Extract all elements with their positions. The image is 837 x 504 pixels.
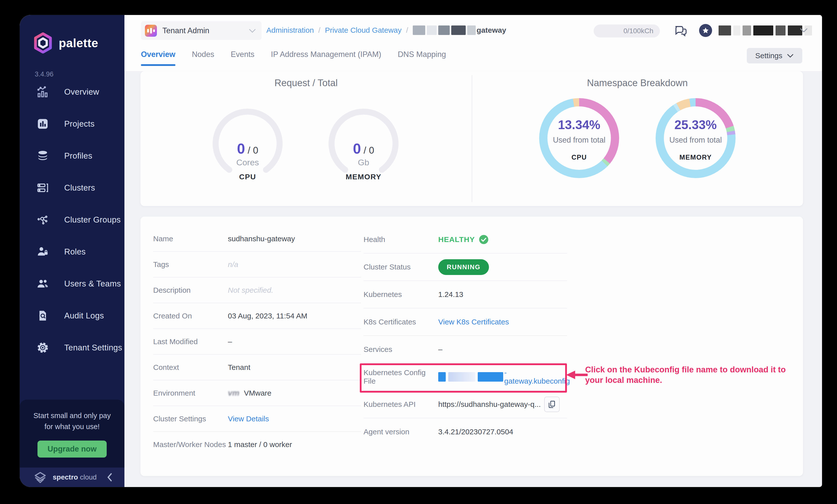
breadcrumb-administration[interactable]: Administration [266,26,314,34]
sidebar-item-label: Users & Teams [64,279,121,288]
annotation-text: Click on the Kubeconfig file name to dow… [585,364,786,385]
sidebar-item-tenant-settings[interactable]: Tenant Settings [20,332,124,364]
app-window: palette 3.4.96 Overview Proje [20,15,822,487]
view-k8s-certificates-link[interactable]: View K8s Certificates [438,318,509,326]
memory-gauge-label: MEMORY [324,173,404,181]
card-divider [472,75,472,202]
detail-row-last-modified: Last Modified – [153,329,361,355]
sidebar-item-label: Clusters [64,183,95,193]
memory-donut-label: MEMORY [656,154,735,161]
breadcrumb-separator: / [406,26,408,34]
sidebar-item-label: Projects [64,119,95,129]
description-value: Not specified. [228,286,273,294]
detail-row-health: Health HEALTHY [363,226,567,253]
tab-events[interactable]: Events [231,50,254,66]
sidebar-item-label: Overview [64,87,99,97]
palette-logo[interactable]: palette [34,33,98,53]
usage-quota-pill[interactable]: 0/100kCh [594,24,660,37]
tags-value: n/a [228,260,238,269]
detail-row-cluster-status: Cluster Status RUNNING [363,253,567,281]
breadcrumb-separator: / [318,26,320,34]
memory-request-gauge: 0 / 0 Gb MEMORY [324,104,404,184]
detail-row-created-on: Created On 03 Aug, 2023, 11:54 AM [153,303,361,329]
favorites-star-icon[interactable] [699,24,712,37]
tenant-scope-icon [145,25,157,37]
sidebar-item-profiles[interactable]: Profiles [20,140,124,172]
cpu-gauge-value: 0 / 0 [208,140,288,157]
memory-donut-text: 25.33% Used from total MEMORY [656,98,735,161]
request-total-title: Request / Total [140,78,472,88]
usage-quota-value: 0/100kCh [623,27,653,35]
vmware-logo: vm [228,389,239,398]
settings-button[interactable]: Settings [747,48,802,64]
memory-donut-subtitle: Used from total [656,136,735,145]
name-value: sudhanshu-gateway [228,235,295,243]
detail-row-k8s-certificates: K8s Certificates View K8s Certificates [363,308,567,336]
memory-gauge-value: 0 / 0 [324,140,404,157]
breadcrumb-private-cloud-gateway[interactable]: Private Cloud Gateway [325,26,402,34]
master-worker-value: 1 master / 0 worker [228,440,292,449]
audit-logs-icon [36,309,50,323]
kubernetes-api-value: https://sudhanshu-gateway-q... [438,397,560,412]
sidebar-item-label: Tenant Settings [64,343,122,353]
sidebar-item-clusters[interactable]: Clusters [20,172,124,204]
chat-icon[interactable] [673,23,688,38]
detail-row-name: Name sudhanshu-gateway [153,226,361,252]
detail-row-kubernetes: Kubernetes 1.24.13 [363,281,567,308]
upsell-panel: Start small and only pay for what you us… [20,400,124,468]
last-modified-value: – [228,338,232,346]
detail-row-services: Services – [363,336,567,363]
sidebar-item-users-teams[interactable]: Users & Teams [20,268,124,300]
spectro-cloud-logo-icon [33,471,47,484]
detail-row-kubernetes-api: Kubernetes API https://sudhanshu-gateway… [363,391,567,418]
tab-ipam[interactable]: IP Address Management (IPAM) [271,50,381,66]
tab-overview[interactable]: Overview [141,50,175,66]
chevron-down-icon [249,28,256,33]
scope-selector[interactable]: Tenant Admin [141,21,262,40]
breadcrumb: Administration / Private Cloud Gateway /… [266,25,506,35]
tab-dns-mapping[interactable]: DNS Mapping [398,50,446,66]
detail-row-cluster-settings: Cluster Settings View Details [153,406,361,432]
upgrade-now-button[interactable]: Upgrade now [37,440,106,457]
top-bar: Tenant Admin Administration / Private Cl… [124,15,822,71]
cpu-request-gauge: 0 / 0 Cores CPU [208,104,288,184]
details-left-column: Name sudhanshu-gateway Tags n/a Descript… [153,226,361,457]
kubeconfig-download-link[interactable]: -gateway.kubeconfig [504,368,570,385]
sidebar-item-label: Cluster Groups [64,215,121,224]
sidebar-item-roles[interactable]: Roles [20,236,124,268]
sidebar-item-overview[interactable]: Overview [20,76,124,108]
user-menu-chevron-icon[interactable] [800,28,808,33]
cpu-gauge-unit: Cores [208,158,288,167]
cpu-donut-text: 13.34% Used from total CPU [539,98,619,161]
profiles-icon [36,149,50,163]
sidebar-item-label: Profiles [64,151,92,161]
sidebar-item-label: Roles [64,247,86,256]
projects-icon [36,117,50,131]
environment-value: vmVMware [228,389,271,398]
usage-charts-card: Request / Total Namespace Breakdown 0 / … [140,71,803,206]
brand-name: palette [59,36,98,50]
sidebar-item-cluster-groups[interactable]: Cluster Groups [20,204,124,236]
detail-row-description: Description Not specified. [153,277,361,303]
agent-version-value: 3.4.21/20230727.0504 [438,428,513,436]
sidebar: palette 3.4.96 Overview Proje [20,15,124,487]
cpu-donut-subtitle: Used from total [539,136,619,145]
redacted-user-name [718,25,812,35]
sidebar-item-audit-logs[interactable]: Audit Logs [20,300,124,332]
copy-icon[interactable] [544,397,560,412]
namespace-breakdown-title: Namespace Breakdown [472,78,803,88]
context-value: Tenant [228,363,250,372]
roles-icon [36,245,50,259]
view-details-link[interactable]: View Details [228,415,269,423]
settings-button-label: Settings [755,51,782,60]
upsell-text-line1: Start small and only pay [20,410,124,421]
redacted-kubeconfig-prefix [438,372,503,382]
collapse-sidebar-icon[interactable] [106,472,113,482]
tab-nodes[interactable]: Nodes [192,50,214,66]
created-on-value: 03 Aug, 2023, 11:54 AM [228,312,307,320]
sidebar-item-projects[interactable]: Projects [20,108,124,140]
spectro-cloud-wordmark: spectro cloud [53,473,97,481]
cpu-gauge-label: CPU [208,173,288,181]
redacted-gateway-name [413,25,476,35]
detail-row-kubeconfig: Kubernetes Config File -gateway.kubeconf… [363,363,567,391]
